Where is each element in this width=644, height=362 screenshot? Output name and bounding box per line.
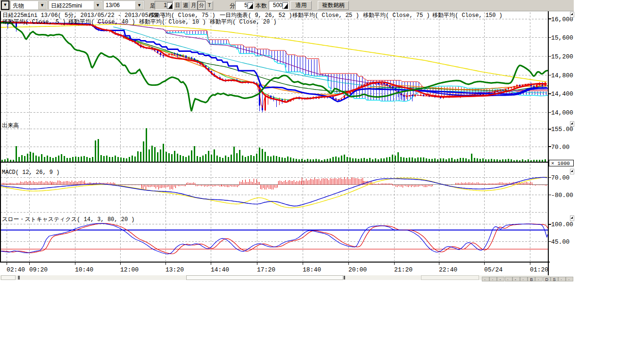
svg-text:14:40: 14:40 bbox=[211, 266, 229, 273]
svg-text:14,000: 14,000 bbox=[551, 109, 573, 116]
svg-text:·: · bbox=[568, 277, 570, 282]
svg-text:スロー・ストキャスティクス( 14, 3, 80, 20 ): スロー・ストキャスティクス( 14, 3, 80, 20 ) bbox=[2, 216, 135, 223]
svg-text:15,200: 15,200 bbox=[551, 53, 573, 60]
svg-text:20:00: 20:00 bbox=[348, 266, 367, 273]
svg-text:D: D bbox=[545, 277, 549, 282]
svg-text:S: S bbox=[553, 277, 556, 282]
svg-text:移動平均( Close, 150 ): 移動平均( Close, 150 ) bbox=[432, 12, 503, 19]
svg-text:B: B bbox=[530, 277, 533, 282]
svg-text:·: · bbox=[537, 277, 539, 282]
svg-text:70.00: 70.00 bbox=[551, 144, 570, 151]
svg-text:14,800: 14,800 bbox=[551, 72, 573, 79]
svg-text:01:20: 01:20 bbox=[530, 266, 548, 273]
svg-text:出来高: 出来高 bbox=[2, 122, 19, 129]
svg-text:17:20: 17:20 bbox=[257, 266, 275, 273]
svg-text:13:20: 13:20 bbox=[165, 266, 184, 273]
svg-text:·: · bbox=[484, 277, 486, 282]
svg-text:-: - bbox=[515, 277, 516, 282]
svg-text:09:20: 09:20 bbox=[29, 266, 48, 273]
svg-text:-: - bbox=[499, 277, 501, 282]
svg-text:移動平均( Close, 40 ): 移動平均( Close, 40 ) bbox=[68, 19, 135, 25]
svg-text:14,400: 14,400 bbox=[551, 90, 573, 98]
svg-text:移動平均( Close, 20 ): 移動平均( Close, 20 ) bbox=[210, 19, 277, 25]
svg-text:MACD( 12, 26, 9 ): MACD( 12, 26, 9 ) bbox=[2, 169, 59, 176]
svg-text:05/24: 05/24 bbox=[484, 266, 503, 273]
svg-text:移動平均( Close, 75 ): 移動平均( Close, 75 ) bbox=[363, 12, 430, 19]
svg-text:100.00: 100.00 bbox=[551, 221, 573, 228]
svg-text:·: · bbox=[561, 277, 562, 282]
svg-text:10:40: 10:40 bbox=[75, 266, 93, 273]
svg-text:155.00: 155.00 bbox=[551, 126, 573, 133]
svg-text:移動平均( Close, 10 ): 移動平均( Close, 10 ) bbox=[139, 19, 206, 25]
svg-text:45.00: 45.00 bbox=[551, 239, 570, 246]
svg-text:70.00: 70.00 bbox=[551, 174, 570, 181]
svg-text:·: · bbox=[507, 277, 509, 282]
svg-text:移動平均( Close, 25 ): 移動平均( Close, 25 ) bbox=[292, 12, 359, 19]
svg-text:日経225mini 13/06( 5分, 2013/05/2: 日経225mini 13/06( 5分, 2013/05/22 - 2013/0… bbox=[2, 12, 165, 19]
svg-text:18:40: 18:40 bbox=[303, 266, 321, 273]
svg-text:·: · bbox=[492, 277, 493, 282]
svg-text:22:40: 22:40 bbox=[439, 266, 457, 273]
svg-text:·: · bbox=[522, 277, 524, 282]
svg-text:移動平均( Close, 5 ): 移動平均( Close, 5 ) bbox=[2, 19, 66, 25]
svg-text:移動平均( Close, 75 ): 移動平均( Close, 75 ) bbox=[149, 12, 215, 19]
svg-text:21:20: 21:20 bbox=[394, 266, 413, 273]
svg-text:12:00: 12:00 bbox=[120, 266, 139, 273]
svg-text:15,600: 15,600 bbox=[551, 34, 573, 41]
svg-text:一目均衡表( 9, 26, 52 ): 一目均衡表( 9, 26, 52 ) bbox=[220, 12, 292, 19]
svg-text:02:40: 02:40 bbox=[7, 266, 25, 273]
svg-text:-80.00: -80.00 bbox=[551, 192, 573, 199]
svg-text:× 1000: × 1000 bbox=[551, 161, 570, 166]
